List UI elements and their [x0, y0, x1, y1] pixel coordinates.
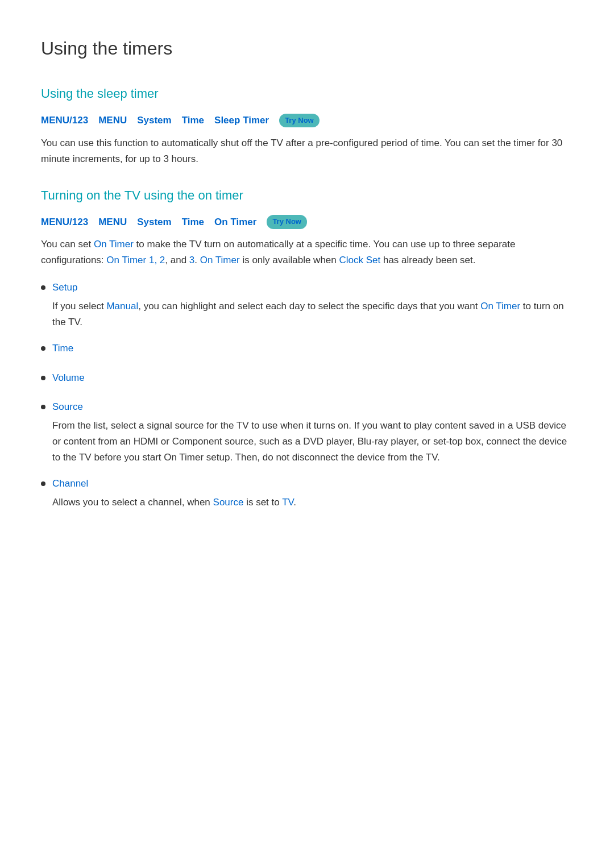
- bullet-label-volume: Volume: [52, 370, 573, 385]
- on-timer-link-1: On Timer: [94, 239, 134, 250]
- on-timer-link-2: On Timer: [200, 255, 240, 265]
- on-menu-item-4: Time: [182, 214, 204, 230]
- on-menu-item-2: MENU: [98, 214, 127, 230]
- on-menu-item-3: System: [137, 214, 171, 230]
- sleep-timer-heading: Using the sleep timer: [41, 84, 573, 103]
- bullet-time: Time: [41, 340, 573, 359]
- bullet-label-time: Time: [52, 340, 573, 356]
- bullet-setup: Setup If you select Manual, you can high…: [41, 280, 573, 330]
- tv-link: TV: [282, 497, 293, 508]
- sleep-menu-item-2: MENU: [98, 113, 127, 128]
- bullet-dot-setup: [41, 285, 45, 290]
- bullet-volume: Volume: [41, 370, 573, 389]
- on-menu-item-1: MENU/123: [41, 214, 88, 230]
- on-timer-body: You can set On Timer to make the TV turn…: [41, 236, 573, 268]
- bullet-content-volume: Volume: [52, 370, 573, 389]
- bullet-channel: Channel Allows you to select a channel, …: [41, 476, 573, 510]
- bullet-desc-source: From the list, select a signal source fo…: [52, 418, 573, 466]
- on-timer-section: Turning on the TV using the on timer MEN…: [41, 185, 573, 511]
- sleep-menu-item-3: System: [137, 113, 171, 128]
- on-timer-heading: Turning on the TV using the on timer: [41, 185, 573, 205]
- sleep-timer-try-now-badge[interactable]: Try Now: [279, 114, 320, 128]
- page-title: Using the timers: [41, 34, 573, 63]
- on-timer-try-now-badge[interactable]: Try Now: [267, 215, 307, 229]
- sleep-timer-menu-path: MENU/123 MENU System Time Sleep Timer Tr…: [41, 113, 573, 128]
- bullet-label-source: Source: [52, 399, 573, 414]
- bullet-content-source: Source From the list, select a signal so…: [52, 399, 573, 466]
- on-timer-setup-link: On Timer: [480, 301, 520, 312]
- bullet-dot-channel: [41, 481, 45, 486]
- manual-link: Manual: [106, 301, 138, 312]
- bullet-dot-source: [41, 405, 45, 409]
- bullet-desc-channel: Allows you to select a channel, when Sou…: [52, 495, 573, 510]
- sleep-timer-body: You can use this function to automatical…: [41, 135, 573, 167]
- bullet-label-setup: Setup: [52, 280, 573, 295]
- on-menu-item-5: On Timer: [214, 214, 256, 230]
- bullet-dot-volume: [41, 376, 45, 380]
- on-timer-bullet-list: Setup If you select Manual, you can high…: [41, 280, 573, 510]
- bullet-label-channel: Channel: [52, 476, 573, 491]
- bullet-dot-time: [41, 346, 45, 351]
- source-link: Source: [213, 497, 244, 508]
- sleep-menu-item-5: Sleep Timer: [214, 113, 269, 128]
- bullet-source: Source From the list, select a signal so…: [41, 399, 573, 466]
- bullet-content-channel: Channel Allows you to select a channel, …: [52, 476, 573, 510]
- sleep-menu-item-1: MENU/123: [41, 113, 88, 128]
- on-timer-configs: On Timer 1, 2: [106, 255, 165, 265]
- bullet-content-setup: Setup If you select Manual, you can high…: [52, 280, 573, 330]
- sleep-menu-item-4: Time: [182, 113, 204, 128]
- on-timer-menu-path: MENU/123 MENU System Time On Timer Try N…: [41, 214, 573, 230]
- clock-set-link: Clock Set: [339, 255, 380, 265]
- sleep-timer-section: Using the sleep timer MENU/123 MENU Syst…: [41, 84, 573, 167]
- on-timer-3: 3: [189, 255, 194, 265]
- bullet-desc-setup: If you select Manual, you can highlight …: [52, 298, 573, 330]
- bullet-content-time: Time: [52, 340, 573, 359]
